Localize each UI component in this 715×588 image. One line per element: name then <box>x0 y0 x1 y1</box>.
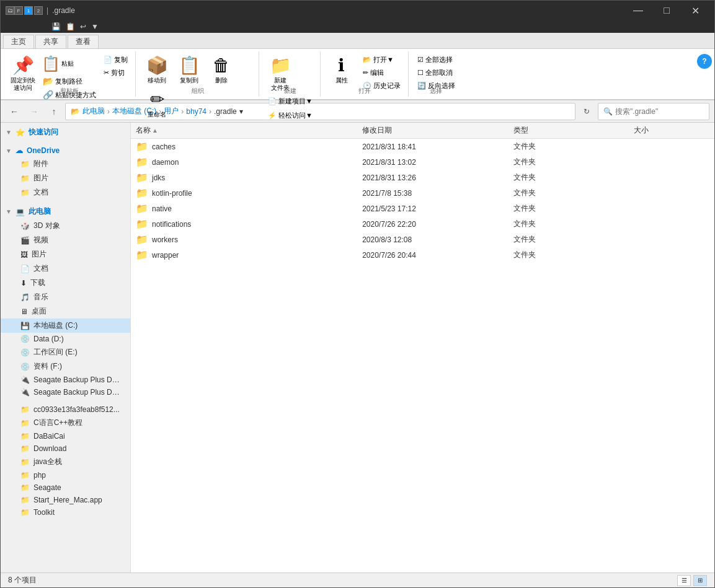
sidebar-item-downloads[interactable]: ⬇ 下载 <box>1 276 130 290</box>
sidebar-item-ddrive[interactable]: 💿 Data (D:) <box>1 333 130 345</box>
pin-icon: 📌 <box>12 55 34 76</box>
docs-od-label: 文档 <box>33 187 48 198</box>
sidebar-item-toolkit[interactable]: 📁 Toolkit <box>1 506 130 519</box>
select-all-button[interactable]: ☑ 全部选择 <box>415 54 455 66</box>
table-row[interactable]: 📁 kotlin-profile 2021/7/8 15:38 文件夹 <box>131 185 714 201</box>
detail-view-button[interactable]: ☰ <box>677 575 691 586</box>
sidebar-item-pictures[interactable]: 🖼 图片 <box>1 247 130 261</box>
sidebar-item-php[interactable]: 📁 php <box>1 469 130 481</box>
back-button[interactable]: ← <box>6 103 23 120</box>
rename-button[interactable]: ✏ 重命名 <box>142 88 172 120</box>
col-header-size[interactable]: 大小 <box>634 125 709 136</box>
tab-share[interactable]: 共享 <box>35 35 66 48</box>
sidebar-item-download[interactable]: 📁 Download <box>1 442 130 455</box>
easy-access-button[interactable]: ⚡ 轻松访问▼ <box>265 110 315 121</box>
sidebar-item-quickaccess[interactable]: ▼ ⭐ 快速访问 <box>1 125 130 139</box>
open-button[interactable]: 📂 打开▼ <box>360 54 403 66</box>
file-date: 2020/8/3 12:08 <box>362 235 513 244</box>
sidebar-item-seagate-folder[interactable]: 📁 Seagate <box>1 481 130 494</box>
sidebar-item-java[interactable]: 📁 java全栈 <box>1 455 130 469</box>
titlebar: 🗂 F 1 2 | .gradle — □ ✕ <box>1 1 714 20</box>
sidebar-item-fdrive[interactable]: 💿 资料 (F:) <box>1 359 130 374</box>
dabaicai-label: DaBaiCai <box>33 432 65 441</box>
cut-button[interactable]: ✂ 剪切 <box>101 67 130 79</box>
sidebar-item-cdrive[interactable]: 💾 本地磁盘 (C:) <box>1 318 130 333</box>
breadcrumb-sep-1: › <box>107 107 110 116</box>
downloads-label: 下载 <box>30 278 45 288</box>
file-date: 2021/5/23 17:12 <box>362 204 513 213</box>
qa-copy-button[interactable]: 📋 <box>64 22 76 31</box>
file-type: 文件夹 <box>513 157 634 167</box>
edit-icon: ✏ <box>363 69 368 77</box>
sidebar-item-edrive[interactable]: 💿 工作区间 (E:) <box>1 345 130 359</box>
minimize-button[interactable]: — <box>624 1 652 20</box>
paste-button[interactable]: 📋 粘贴 <box>40 54 99 74</box>
attachments-label: 附件 <box>33 159 48 169</box>
search-box[interactable]: 🔍 <box>598 103 709 120</box>
sidebar-item-clang[interactable]: 📁 C语言C++教程 <box>1 416 130 430</box>
table-row[interactable]: 📁 notifications 2020/7/26 22:20 文件夹 <box>131 216 714 232</box>
qa-dropdown-button[interactable]: ▼ <box>90 22 100 31</box>
sidebar-item-docs[interactable]: 📄 文档 <box>1 261 130 276</box>
pin-to-quickaccess-button[interactable]: 📌 固定到快速访问 <box>8 54 38 93</box>
forward-button[interactable]: → <box>25 103 43 120</box>
sidebar-item-seagate1[interactable]: 🔌 Seagate Backup Plus Dr... <box>1 374 130 386</box>
table-row[interactable]: 📁 jdks 2021/8/31 13:26 文件夹 <box>131 170 714 185</box>
edrive-label: 工作区间 (E:) <box>33 347 78 358</box>
sidebar-item-onedrive[interactable]: ▼ ☁ OneDrive <box>1 144 130 157</box>
table-row[interactable]: 📁 caches 2021/8/31 18:41 文件夹 <box>131 139 714 154</box>
col-header-type[interactable]: 类型 <box>513 125 634 136</box>
copy-button[interactable]: 📄 复制 <box>101 54 130 66</box>
col-header-name[interactable]: 名称 ▲ <box>136 125 362 136</box>
search-input[interactable] <box>615 107 704 116</box>
help-button[interactable]: ? <box>697 54 712 69</box>
sidebar-item-attachments[interactable]: 📁 附件 <box>1 157 130 171</box>
folder-icon: 📁 <box>136 203 148 214</box>
move-to-button[interactable]: 📦 移动到 <box>142 54 172 86</box>
sidebar-item-dabaicai[interactable]: 📁 DaBaiCai <box>1 430 130 442</box>
sidebar-item-music[interactable]: 🎵 音乐 <box>1 290 130 304</box>
select-none-button[interactable]: ☐ 全部取消 <box>415 67 455 79</box>
copy-to-button[interactable]: 📋 复制到 <box>174 54 204 86</box>
sidebar-item-3d[interactable]: 🎲 3D 对象 <box>1 219 130 233</box>
folder-icon: 📁 <box>136 141 148 152</box>
col-header-date[interactable]: 修改日期 <box>362 125 513 136</box>
up-button[interactable]: ↑ <box>45 103 63 120</box>
file-name: 📁 notifications <box>136 218 362 230</box>
sidebar-item-desktop[interactable]: 🖥 桌面 <box>1 304 130 318</box>
thispc-label: 此电脑 <box>29 206 51 217</box>
copy-path-icon: 📂 <box>43 76 53 86</box>
properties-icon: ℹ <box>338 55 345 76</box>
close-button[interactable]: ✕ <box>681 1 709 20</box>
delete-button[interactable]: 🗑 删除 <box>207 54 236 86</box>
maximize-button[interactable]: □ <box>652 1 681 20</box>
sidebar-item-cc0933[interactable]: 📁 cc0933e13fa3feab8f512... <box>1 403 130 416</box>
table-row[interactable]: 📁 daemon 2021/8/31 13:02 文件夹 <box>131 154 714 170</box>
sidebar-item-thispc[interactable]: ▼ 💻 此电脑 <box>1 204 130 219</box>
refresh-button[interactable]: ↻ <box>578 103 595 120</box>
sidebar-item-seagate2[interactable]: 🔌 Seagate Backup Plus Dri... <box>1 386 130 398</box>
titlebar-title: .gradle <box>52 6 75 15</box>
list-view-button[interactable]: ⊞ <box>693 575 707 586</box>
properties-button[interactable]: ℹ 属性 <box>327 54 357 86</box>
sidebar-item-pictures-od[interactable]: 📁 图片 <box>1 171 130 185</box>
table-row[interactable]: 📁 native 2021/5/23 17:12 文件夹 <box>131 201 714 216</box>
sidebar-item-starthereapp[interactable]: 📁 Start_Here_Mac.app <box>1 494 130 506</box>
table-row[interactable]: 📁 wrapper 2020/7/26 20:44 文件夹 <box>131 247 714 263</box>
table-row[interactable]: 📁 workers 2020/8/3 12:08 文件夹 <box>131 232 714 247</box>
tab-home[interactable]: 主页 <box>3 35 34 48</box>
java-label: java全栈 <box>33 457 62 467</box>
new-item-button[interactable]: 📄 新建项目▼ <box>265 95 315 107</box>
breadcrumb-part-1[interactable]: 此电脑 <box>82 106 105 116</box>
qa-save-button[interactable]: 💾 <box>50 22 62 31</box>
seagate2-icon: 🔌 <box>20 388 30 397</box>
copy-path-button[interactable]: 📂 复制路径 <box>40 75 99 87</box>
qa-undo-button[interactable]: ↩ <box>79 22 87 31</box>
tab-view[interactable]: 查看 <box>68 35 99 48</box>
docs-od-icon: 📁 <box>20 188 30 197</box>
sidebar-item-docs-od[interactable]: 📁 文档 <box>1 185 130 200</box>
video-label: 视频 <box>33 235 48 245</box>
sidebar-item-video[interactable]: 🎬 视频 <box>1 233 130 247</box>
copy-to-icon: 📋 <box>179 55 200 76</box>
edit-button[interactable]: ✏ 编辑 <box>360 67 403 79</box>
